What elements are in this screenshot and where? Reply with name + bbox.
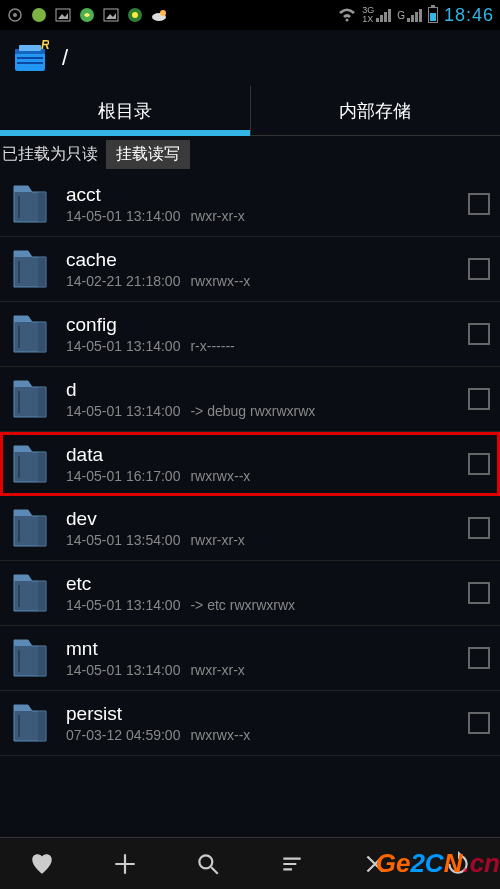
status-app-icon-2 [78, 6, 96, 24]
file-info: acct 14-05-01 13:14:00rwxr-xr-x [66, 184, 454, 224]
tab-root[interactable]: 根目录 [0, 86, 250, 135]
clock: 18:46 [444, 5, 494, 26]
file-name: cache [66, 249, 454, 271]
file-meta: 14-05-01 16:17:00rwxrwx--x [66, 468, 454, 484]
file-name: mnt [66, 638, 454, 660]
svg-rect-22 [18, 391, 20, 413]
svg-point-11 [160, 10, 166, 16]
svg-text:R: R [41, 39, 49, 52]
svg-point-28 [200, 855, 213, 868]
app-header: R / [0, 30, 500, 86]
battery-icon [428, 7, 438, 23]
file-name: persist [66, 703, 454, 725]
file-name: etc [66, 573, 454, 595]
app-icon[interactable]: R [10, 38, 50, 78]
file-info: cache 14-02-21 21:18:00rwxrwx--x [66, 249, 454, 289]
path-display[interactable]: / [62, 45, 68, 71]
file-info: dev 14-05-01 13:54:00rwxr-xr-x [66, 508, 454, 548]
status-app-icon-3 [126, 6, 144, 24]
file-meta: 14-05-01 13:14:00rwxr-xr-x [66, 208, 454, 224]
network-1: 3G1X [362, 6, 391, 24]
svg-rect-17 [17, 62, 43, 64]
status-image-icon-2 [102, 6, 120, 24]
file-info: d 14-05-01 13:14:00-> debug rwxrwxrwx [66, 379, 454, 419]
close-button[interactable] [333, 838, 416, 889]
file-name: data [66, 444, 454, 466]
file-info: config 14-05-01 13:14:00r-x------ [66, 314, 454, 354]
tab-bar: 根目录 内部存储 [0, 86, 500, 136]
status-image-icon [54, 6, 72, 24]
folder-icon [8, 310, 52, 358]
folder-icon [8, 504, 52, 552]
svg-rect-23 [18, 456, 20, 478]
status-bar: 3G1X G 18:46 [0, 0, 500, 30]
file-info: data 14-05-01 16:17:00rwxrwx--x [66, 444, 454, 484]
bottom-bar [0, 837, 500, 889]
file-row[interactable]: d 14-05-01 13:14:00-> debug rwxrwxrwx [0, 367, 500, 432]
file-info: persist 07-03-12 04:59:00rwxrwx--x [66, 703, 454, 743]
svg-marker-4 [58, 13, 68, 19]
file-checkbox[interactable] [468, 193, 490, 215]
svg-rect-25 [18, 585, 20, 607]
add-button[interactable] [83, 838, 166, 889]
file-meta: 07-03-12 04:59:00rwxrwx--x [66, 727, 454, 743]
svg-point-2 [32, 8, 46, 22]
svg-point-9 [132, 12, 138, 18]
file-row[interactable]: acct 14-05-01 13:14:00rwxr-xr-x [0, 172, 500, 237]
search-button[interactable] [167, 838, 250, 889]
tab-internal[interactable]: 内部存储 [251, 86, 501, 135]
svg-marker-7 [106, 13, 116, 19]
wifi-icon [338, 6, 356, 24]
favorites-button[interactable] [0, 838, 83, 889]
file-checkbox[interactable] [468, 582, 490, 604]
status-notif-icon [6, 6, 24, 24]
file-checkbox[interactable] [468, 517, 490, 539]
file-meta: 14-05-01 13:14:00-> etc rwxrwxrwx [66, 597, 454, 613]
file-row[interactable]: etc 14-05-01 13:14:00-> etc rwxrwxrwx [0, 561, 500, 626]
file-name: config [66, 314, 454, 336]
svg-rect-15 [19, 45, 41, 51]
file-meta: 14-02-21 21:18:00rwxrwx--x [66, 273, 454, 289]
folder-icon [8, 245, 52, 293]
svg-rect-20 [18, 261, 20, 283]
signal-icon-1 [376, 8, 391, 22]
file-row[interactable]: cache 14-02-21 21:18:00rwxrwx--x [0, 237, 500, 302]
file-list: acct 14-05-01 13:14:00rwxr-xr-x cache 14… [0, 172, 500, 756]
sort-button[interactable] [250, 838, 333, 889]
svg-rect-27 [18, 715, 20, 737]
file-info: mnt 14-05-01 13:14:00rwxr-xr-x [66, 638, 454, 678]
file-row[interactable]: data 14-05-01 16:17:00rwxrwx--x [0, 432, 500, 496]
svg-rect-16 [17, 57, 43, 59]
svg-rect-21 [18, 326, 20, 348]
folder-icon [8, 180, 52, 228]
file-row[interactable]: persist 07-03-12 04:59:00rwxrwx--x [0, 691, 500, 756]
file-name: acct [66, 184, 454, 206]
status-weather-icon [150, 6, 168, 24]
file-checkbox[interactable] [468, 453, 490, 475]
mount-status-label: 已挂载为只读 [0, 144, 98, 165]
network-2: G [397, 8, 422, 22]
svg-rect-19 [18, 196, 20, 218]
file-meta: 14-05-01 13:54:00rwxr-xr-x [66, 532, 454, 548]
file-row[interactable]: mnt 14-05-01 13:14:00rwxr-xr-x [0, 626, 500, 691]
mount-rw-button[interactable]: 挂载读写 [106, 140, 190, 169]
folder-icon [8, 440, 52, 488]
file-info: etc 14-05-01 13:14:00-> etc rwxrwxrwx [66, 573, 454, 613]
file-checkbox[interactable] [468, 258, 490, 280]
file-row[interactable]: dev 14-05-01 13:54:00rwxr-xr-x [0, 496, 500, 561]
file-checkbox[interactable] [468, 712, 490, 734]
file-name: dev [66, 508, 454, 530]
file-row[interactable]: config 14-05-01 13:14:00r-x------ [0, 302, 500, 367]
signal-icon-2 [407, 8, 422, 22]
file-name: d [66, 379, 454, 401]
folder-icon [8, 699, 52, 747]
mount-bar: 已挂载为只读 挂载读写 [0, 136, 500, 172]
file-checkbox[interactable] [468, 647, 490, 669]
file-checkbox[interactable] [468, 388, 490, 410]
svg-point-12 [346, 19, 349, 22]
refresh-button[interactable] [417, 838, 500, 889]
svg-point-1 [13, 13, 17, 17]
svg-rect-24 [18, 520, 20, 542]
file-checkbox[interactable] [468, 323, 490, 345]
folder-icon [8, 634, 52, 682]
